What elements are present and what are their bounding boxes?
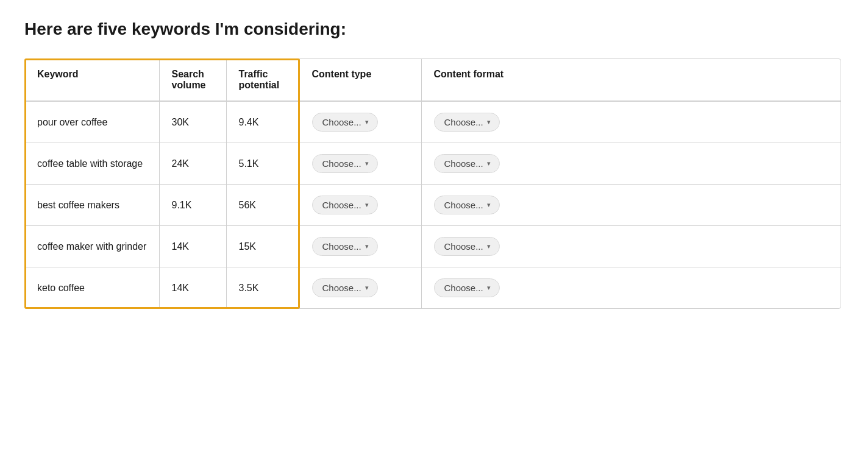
cell-content-type: Choose...▾ bbox=[299, 267, 421, 309]
chevron-down-icon: ▾ bbox=[487, 118, 491, 126]
cell-search-volume: 14K bbox=[159, 267, 226, 309]
cell-keyword: best coffee makers bbox=[25, 185, 159, 226]
cell-content-type: Choose...▾ bbox=[299, 226, 421, 267]
cell-traffic-potential: 15K bbox=[226, 226, 299, 267]
col-header-search: Searchvolume bbox=[159, 59, 226, 101]
cell-content-type: Choose...▾ bbox=[299, 101, 421, 143]
choose-label: Choose... bbox=[322, 117, 361, 127]
choose-content-type-0[interactable]: Choose...▾ bbox=[312, 113, 378, 132]
choose-content-type-1[interactable]: Choose...▾ bbox=[312, 154, 378, 173]
cell-search-volume: 14K bbox=[159, 226, 226, 267]
chevron-down-icon: ▾ bbox=[365, 160, 369, 168]
cell-content-format: Choose...▾ bbox=[421, 226, 841, 267]
cell-content-type: Choose...▾ bbox=[299, 185, 421, 226]
choose-label: Choose... bbox=[444, 200, 483, 210]
col-header-type: Content type bbox=[299, 59, 421, 101]
page-title: Here are five keywords I'm considering: bbox=[24, 19, 844, 39]
table-header-row: Keyword Searchvolume Trafficpotential Co… bbox=[25, 59, 841, 101]
table-row: coffee table with storage24K5.1KChoose..… bbox=[25, 143, 841, 185]
cell-traffic-potential: 56K bbox=[226, 185, 299, 226]
cell-keyword: keto coffee bbox=[25, 267, 159, 309]
chevron-down-icon: ▾ bbox=[365, 201, 369, 209]
choose-label: Choose... bbox=[444, 241, 483, 252]
choose-content-format-3[interactable]: Choose...▾ bbox=[434, 237, 500, 256]
chevron-down-icon: ▾ bbox=[487, 284, 491, 292]
cell-content-format: Choose...▾ bbox=[421, 101, 841, 143]
cell-traffic-potential: 5.1K bbox=[226, 143, 299, 185]
choose-content-format-0[interactable]: Choose...▾ bbox=[434, 113, 500, 132]
chevron-down-icon: ▾ bbox=[365, 118, 369, 126]
keywords-table: Keyword Searchvolume Trafficpotential Co… bbox=[25, 59, 841, 308]
choose-content-type-4[interactable]: Choose...▾ bbox=[312, 278, 378, 297]
col-header-format: Content format bbox=[421, 59, 841, 101]
choose-label: Choose... bbox=[322, 283, 361, 293]
cell-traffic-potential: 3.5K bbox=[226, 267, 299, 309]
choose-label: Choose... bbox=[322, 241, 361, 252]
choose-content-format-1[interactable]: Choose...▾ bbox=[434, 154, 500, 173]
table-row: best coffee makers9.1K56KChoose...▾Choos… bbox=[25, 185, 841, 226]
choose-label: Choose... bbox=[444, 158, 483, 169]
table-row: coffee maker with grinder14K15KChoose...… bbox=[25, 226, 841, 267]
chevron-down-icon: ▾ bbox=[365, 242, 369, 250]
choose-content-format-2[interactable]: Choose...▾ bbox=[434, 196, 500, 214]
table-row: keto coffee14K3.5KChoose...▾Choose...▾ bbox=[25, 267, 841, 309]
cell-search-volume: 24K bbox=[159, 143, 226, 185]
cell-keyword: coffee table with storage bbox=[25, 143, 159, 185]
choose-label: Choose... bbox=[322, 200, 361, 210]
cell-keyword: coffee maker with grinder bbox=[25, 226, 159, 267]
chevron-down-icon: ▾ bbox=[487, 160, 491, 168]
choose-label: Choose... bbox=[322, 158, 361, 169]
choose-content-type-2[interactable]: Choose...▾ bbox=[312, 196, 378, 214]
cell-keyword: pour over coffee bbox=[25, 101, 159, 143]
cell-content-format: Choose...▾ bbox=[421, 143, 841, 185]
col-header-traffic: Trafficpotential bbox=[226, 59, 299, 101]
cell-search-volume: 30K bbox=[159, 101, 226, 143]
chevron-down-icon: ▾ bbox=[365, 284, 369, 292]
cell-content-format: Choose...▾ bbox=[421, 267, 841, 309]
cell-traffic-potential: 9.4K bbox=[226, 101, 299, 143]
table-row: pour over coffee30K9.4KChoose...▾Choose.… bbox=[25, 101, 841, 143]
col-header-keyword: Keyword bbox=[25, 59, 159, 101]
cell-search-volume: 9.1K bbox=[159, 185, 226, 226]
table-wrapper: Keyword Searchvolume Trafficpotential Co… bbox=[24, 58, 841, 309]
cell-content-type: Choose...▾ bbox=[299, 143, 421, 185]
table-container: Keyword Searchvolume Trafficpotential Co… bbox=[24, 58, 841, 309]
choose-label: Choose... bbox=[444, 117, 483, 127]
choose-content-type-3[interactable]: Choose...▾ bbox=[312, 237, 378, 256]
choose-label: Choose... bbox=[444, 283, 483, 293]
cell-content-format: Choose...▾ bbox=[421, 185, 841, 226]
choose-content-format-4[interactable]: Choose...▾ bbox=[434, 278, 500, 297]
chevron-down-icon: ▾ bbox=[487, 201, 491, 209]
chevron-down-icon: ▾ bbox=[487, 242, 491, 250]
